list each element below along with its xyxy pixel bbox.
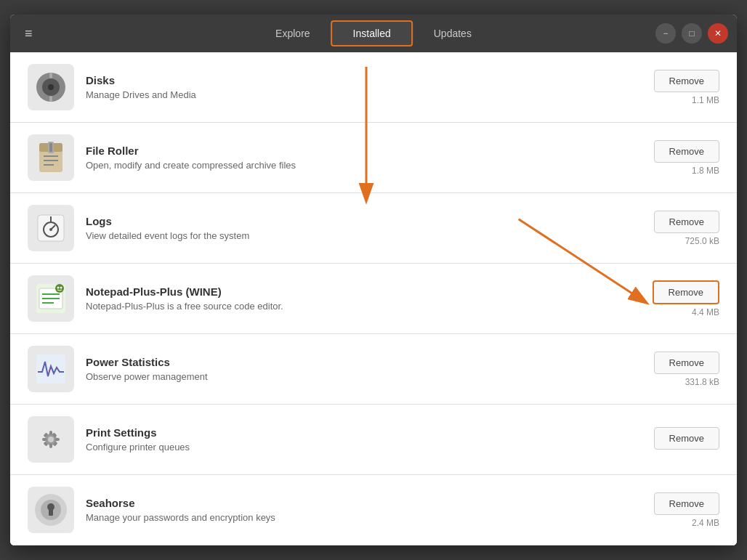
app-desc-logs: View detailed event logs for the system bbox=[86, 230, 635, 241]
app-desc-print: Configure printer queues bbox=[86, 442, 635, 453]
svg-rect-31 bbox=[42, 438, 47, 441]
remove-button-seahorse[interactable]: Remove bbox=[654, 492, 719, 515]
logs-svg bbox=[33, 211, 68, 245]
app-action-logs: Remove 725.0 kB bbox=[647, 211, 719, 246]
app-action-fileroller: Remove 1.8 MB bbox=[647, 140, 719, 176]
app-icon-seahorse bbox=[28, 487, 74, 533]
tab-installed[interactable]: Installed bbox=[331, 20, 413, 46]
remove-button-logs[interactable]: Remove bbox=[654, 211, 719, 233]
svg-rect-3 bbox=[49, 73, 52, 78]
remove-button-disks[interactable]: Remove bbox=[654, 70, 719, 92]
nav-tabs: Explore Installed Updates bbox=[254, 20, 493, 46]
app-desc-disks: Manage Drives and Media bbox=[86, 89, 635, 100]
app-name-seahorse: Seahorse bbox=[86, 497, 635, 509]
menu-icon[interactable]: ≡ bbox=[19, 23, 39, 44]
app-action-power: Remove 331.8 kB bbox=[647, 352, 719, 387]
app-icon-fileroller bbox=[28, 134, 74, 181]
app-desc-seahorse: Manage your passwords and encryption key… bbox=[86, 512, 635, 523]
app-info-logs: Logs View detailed event logs for the sy… bbox=[86, 215, 635, 241]
app-desc-power: Observe power management bbox=[86, 371, 635, 382]
svg-rect-25 bbox=[36, 354, 65, 384]
app-icon-power bbox=[28, 346, 74, 392]
app-action-disks: Remove 1.1 MB bbox=[647, 70, 719, 105]
app-size-logs: 725.0 kB bbox=[685, 236, 719, 246]
app-info-power: Power Statistics Observe power managemen… bbox=[86, 356, 635, 382]
svg-point-22 bbox=[55, 284, 64, 293]
svg-point-23 bbox=[57, 287, 60, 289]
power-svg bbox=[33, 352, 68, 386]
app-size-power: 331.8 kB bbox=[685, 377, 719, 387]
list-item: Seahorse Manage your passwords and encry… bbox=[10, 475, 737, 545]
app-name-disks: Disks bbox=[86, 74, 635, 86]
svg-point-24 bbox=[60, 287, 62, 289]
tab-updates[interactable]: Updates bbox=[413, 20, 493, 46]
list-item: Power Statistics Observe power managemen… bbox=[10, 334, 737, 405]
window-controls: − □ ✕ bbox=[655, 23, 728, 44]
close-button[interactable]: ✕ bbox=[708, 23, 728, 44]
fileroller-svg bbox=[33, 140, 68, 175]
disks-svg bbox=[33, 70, 68, 105]
app-action-print: Remove bbox=[647, 427, 719, 453]
app-action-notepad: Remove 4.4 MB bbox=[647, 280, 719, 317]
app-size-seahorse: 2.4 MB bbox=[692, 518, 719, 528]
app-info-seahorse: Seahorse Manage your passwords and encry… bbox=[86, 497, 635, 523]
remove-button-print[interactable]: Remove bbox=[654, 427, 719, 450]
minimize-button[interactable]: − bbox=[655, 23, 676, 44]
app-icon-logs bbox=[28, 205, 74, 251]
app-name-logs: Logs bbox=[86, 215, 635, 227]
maximize-button[interactable]: □ bbox=[682, 23, 702, 44]
seahorse-svg bbox=[33, 492, 68, 527]
list-item: Logs View detailed event logs for the sy… bbox=[10, 193, 737, 264]
app-desc-notepad: Notepad-Plus-Plus is a free source code … bbox=[86, 301, 635, 312]
remove-button-notepad[interactable]: Remove bbox=[653, 280, 719, 304]
tab-explore[interactable]: Explore bbox=[254, 20, 331, 46]
app-size-fileroller: 1.8 MB bbox=[692, 166, 719, 176]
app-info-fileroller: File Roller Open, modify and create comp… bbox=[86, 145, 635, 171]
app-size-disks: 1.1 MB bbox=[692, 95, 719, 105]
app-window: ≡ Explore Installed Updates − □ ✕ bbox=[10, 15, 737, 545]
svg-rect-11 bbox=[49, 143, 52, 152]
list-item: Disks Manage Drives and Media Remove 1.1… bbox=[10, 52, 737, 123]
svg-rect-40 bbox=[49, 508, 53, 516]
app-list: Disks Manage Drives and Media Remove 1.1… bbox=[10, 52, 737, 545]
notepad-svg bbox=[33, 281, 68, 316]
svg-point-2 bbox=[48, 84, 54, 90]
app-desc-fileroller: Open, modify and create compressed archi… bbox=[86, 160, 635, 171]
list-item: File Roller Open, modify and create comp… bbox=[10, 123, 737, 193]
app-name-fileroller: File Roller bbox=[86, 145, 635, 157]
app-icon-disks bbox=[28, 64, 74, 110]
app-name-print: Print Settings bbox=[86, 426, 635, 439]
remove-button-fileroller[interactable]: Remove bbox=[654, 140, 719, 163]
svg-rect-32 bbox=[55, 438, 60, 441]
app-size-notepad: 4.4 MB bbox=[692, 307, 719, 317]
svg-rect-30 bbox=[49, 444, 52, 448]
app-info-print: Print Settings Configure printer queues bbox=[86, 426, 635, 453]
list-item: Print Settings Configure printer queues … bbox=[10, 405, 737, 475]
remove-button-power[interactable]: Remove bbox=[654, 352, 719, 374]
list-item: Notepad-Plus-Plus (WINE) Notepad-Plus-Pl… bbox=[10, 264, 737, 334]
svg-rect-4 bbox=[49, 96, 52, 102]
svg-rect-29 bbox=[49, 431, 52, 435]
app-name-notepad: Notepad-Plus-Plus (WINE) bbox=[86, 285, 635, 298]
app-action-seahorse: Remove 2.4 MB bbox=[647, 492, 719, 528]
app-info-notepad: Notepad-Plus-Plus (WINE) Notepad-Plus-Pl… bbox=[86, 285, 635, 312]
svg-point-28 bbox=[48, 437, 54, 442]
app-icon-print bbox=[28, 416, 74, 463]
app-icon-notepad bbox=[28, 275, 74, 322]
app-info-disks: Disks Manage Drives and Media bbox=[86, 74, 635, 100]
app-name-power: Power Statistics bbox=[86, 356, 635, 368]
titlebar: ≡ Explore Installed Updates − □ ✕ bbox=[10, 15, 737, 52]
print-svg bbox=[33, 422, 68, 457]
